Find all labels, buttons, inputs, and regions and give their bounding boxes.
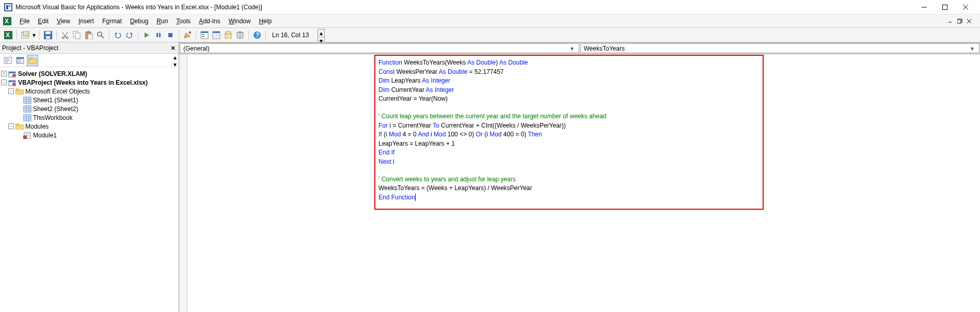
svg-rect-2: [6, 5, 8, 9]
procedure-dropdown-value: WeeksToYears: [584, 45, 625, 52]
project-tree[interactable]: + Solver (SOLVER.XLAM) − VBAProject (Wee…: [0, 67, 179, 312]
insert-dropdown[interactable]: ▾: [32, 32, 36, 39]
collapse-icon[interactable]: −: [8, 88, 14, 94]
menu-view[interactable]: View: [53, 17, 74, 26]
child-close-button[interactable]: [965, 18, 973, 25]
paste-button[interactable]: [84, 30, 94, 40]
view-object-button[interactable]: [14, 55, 26, 66]
svg-rect-43: [202, 34, 204, 35]
menu-addins[interactable]: Add-Ins: [195, 17, 224, 26]
expand-icon[interactable]: +: [1, 71, 7, 76]
toggle-folders-button[interactable]: [27, 55, 38, 66]
folder-icon: [15, 88, 24, 95]
collapse-icon[interactable]: −: [1, 80, 7, 85]
copy-button[interactable]: [72, 30, 82, 40]
project-explorer-panel: Project - VBAProject × ▴ ▾ + Solver (SOL…: [0, 42, 179, 312]
menu-file[interactable]: File: [15, 17, 34, 26]
tree-module1[interactable]: Module1: [1, 131, 178, 139]
code-text: Function WeeksToYears(Weeks As Double) A…: [378, 58, 606, 202]
svg-marker-39: [184, 33, 190, 38]
object-dropdown[interactable]: (General) ▾: [180, 43, 579, 53]
chevron-down-icon: ▾: [969, 45, 976, 52]
svg-rect-30: [88, 34, 92, 39]
child-restore-button[interactable]: [956, 18, 964, 25]
project-explorer-button[interactable]: [199, 30, 210, 40]
menu-tools[interactable]: Tools: [172, 17, 195, 26]
minimize-button[interactable]: [914, 2, 935, 13]
find-button[interactable]: [96, 30, 106, 40]
tree-excel-objects[interactable]: − Microsoft Excel Objects: [1, 87, 178, 96]
run-button[interactable]: [141, 30, 152, 40]
design-mode-button[interactable]: [182, 30, 193, 40]
code-editor[interactable]: Function WeeksToYears(Weeks As Double) A…: [179, 54, 980, 312]
svg-rect-12: [957, 20, 961, 23]
tree-vbaproject[interactable]: − VBAProject (Weeks into Years in Excel.…: [1, 78, 178, 87]
svg-point-70: [12, 83, 15, 86]
svg-rect-73: [24, 97, 31, 103]
svg-rect-21: [46, 36, 50, 39]
window-title: Microsoft Visual Basic for Applications …: [15, 4, 914, 11]
code-dropdowns: (General) ▾ WeeksToYears ▾: [179, 43, 980, 54]
help-button[interactable]: ?: [252, 30, 262, 40]
code-gutter: [179, 54, 187, 312]
menu-insert[interactable]: Insert: [74, 17, 98, 26]
undo-button[interactable]: [113, 30, 123, 40]
project-scroll-up[interactable]: ▴: [171, 54, 179, 61]
tree-sheet1[interactable]: Sheet1 (Sheet1): [1, 96, 178, 104]
svg-text:X: X: [5, 18, 9, 25]
project-panel-titlebar: Project - VBAProject ×: [0, 42, 179, 54]
menu-run[interactable]: Run: [152, 17, 172, 26]
project-scroll-down[interactable]: ▾: [171, 61, 179, 68]
collapse-icon[interactable]: −: [8, 123, 14, 129]
menu-format[interactable]: Format: [98, 17, 126, 26]
svg-rect-37: [159, 33, 161, 37]
svg-marker-35: [145, 33, 149, 38]
menu-debug[interactable]: Debug: [126, 17, 152, 26]
svg-rect-83: [24, 115, 31, 121]
svg-line-32: [101, 36, 104, 38]
svg-point-25: [66, 37, 68, 39]
save-button[interactable]: [43, 30, 53, 40]
svg-rect-5: [943, 5, 947, 9]
svg-rect-69: [9, 81, 15, 82]
svg-rect-36: [156, 33, 158, 37]
svg-rect-38: [168, 33, 172, 37]
reset-button[interactable]: [165, 30, 176, 40]
tree-thisworkbook[interactable]: ThisWorkbook: [1, 113, 178, 122]
svg-point-67: [12, 74, 15, 77]
folder-icon: [15, 123, 24, 130]
svg-rect-94: [23, 136, 26, 139]
excel-icon[interactable]: X: [3, 17, 11, 25]
workbook-icon: [23, 114, 31, 121]
toolbox-button[interactable]: [235, 30, 245, 40]
object-browser-button[interactable]: [223, 30, 233, 40]
menu-help[interactable]: Help: [255, 17, 276, 26]
cut-button[interactable]: [60, 30, 70, 40]
break-button[interactable]: [153, 30, 164, 40]
procedure-dropdown[interactable]: WeeksToYears ▾: [580, 43, 980, 53]
close-button[interactable]: [955, 2, 976, 13]
properties-button[interactable]: [211, 30, 222, 40]
project-toolbar: ▴ ▾: [0, 54, 179, 67]
tree-solver[interactable]: + Solver (SOLVER.XLAM): [1, 69, 178, 78]
project-panel-close-button[interactable]: ×: [169, 44, 177, 52]
menu-window[interactable]: Window: [225, 17, 255, 26]
svg-marker-34: [130, 33, 133, 35]
tree-modules[interactable]: − Modules: [1, 122, 178, 131]
svg-rect-66: [9, 72, 15, 73]
module-icon: [23, 132, 31, 139]
workspace: Project - VBAProject × ▴ ▾ + Solver (SOL…: [0, 42, 980, 312]
toolbar-overflow[interactable]: ▴▾: [318, 29, 325, 41]
view-excel-button[interactable]: X: [3, 30, 13, 40]
view-code-button[interactable]: [2, 55, 13, 66]
tree-sheet2[interactable]: Sheet2 (Sheet2): [1, 104, 178, 113]
redo-button[interactable]: [124, 30, 135, 40]
svg-rect-72: [15, 89, 19, 90]
insert-button[interactable]: [20, 30, 30, 40]
maximize-button[interactable]: [935, 2, 955, 13]
worksheet-icon: [23, 97, 31, 104]
svg-rect-51: [226, 32, 230, 34]
svg-text:X: X: [6, 32, 10, 39]
child-minimize-button[interactable]: [946, 18, 955, 25]
menu-edit[interactable]: Edit: [34, 17, 53, 26]
